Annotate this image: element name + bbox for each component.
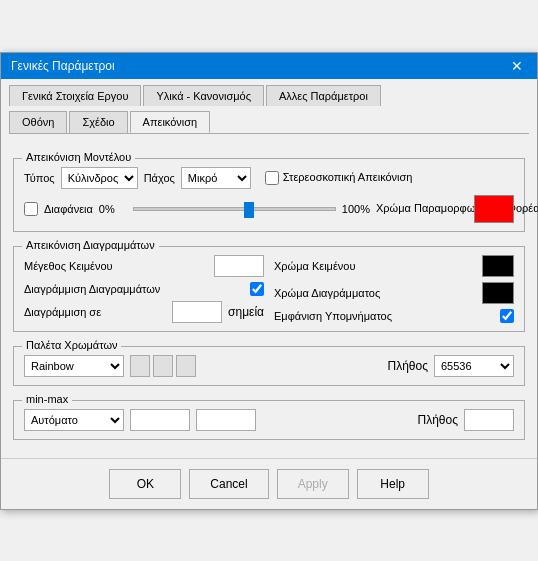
draw-diagrams-checkbox[interactable]: [250, 282, 264, 296]
palette-count-select[interactable]: 65536: [434, 355, 514, 377]
main-content: Απεικόνιση Μοντέλου Τύπος Κύλινδρος Πάχο…: [1, 134, 537, 458]
diagram-color-box[interactable]: [482, 282, 514, 304]
legend-label: Εμφάνιση Υπομνήματος: [274, 310, 494, 322]
transparency-slider[interactable]: [133, 207, 336, 211]
ok-button[interactable]: OK: [109, 469, 181, 499]
window-title: Γενικές Παράμετροι: [11, 59, 115, 73]
draw-diagrams-label: Διαγράμμιση Διαγραμμάτων: [24, 283, 244, 295]
pct-100-label: 100%: [342, 203, 370, 215]
thickness-label: Πάχος: [144, 172, 175, 184]
main-window: Γενικές Παράμετροι ✕ Γενικά Στοιχεία Εργ…: [0, 52, 538, 510]
tab-general[interactable]: Γενικά Στοιχεία Εργου: [9, 85, 141, 106]
diagrams-right: Χρώμα Κειμένου Χρώμα Διαγράμματος Εμφάνι…: [274, 255, 514, 323]
draw-at-unit: σημεία: [228, 305, 264, 319]
help-button[interactable]: Help: [357, 469, 429, 499]
deformed-color-box[interactable]: [474, 195, 514, 223]
text-color-box[interactable]: [482, 255, 514, 277]
draw-at-label: Διαγράμμιση σε: [24, 306, 166, 318]
text-color-label: Χρώμα Κειμένου: [274, 260, 476, 272]
minmax-val1[interactable]: 0: [130, 409, 190, 431]
palette-row: Rainbow Πλήθος 65536: [24, 355, 514, 377]
type-label: Τύπος: [24, 172, 55, 184]
model-section-title: Απεικόνιση Μοντέλου: [22, 151, 135, 163]
diagrams-inner: Μέγεθος Κειμένου 10 Διαγράμμιση Διαγραμμ…: [24, 255, 514, 323]
model-type-row: Τύπος Κύλινδρος Πάχος Μικρό Στερεοσκοπικ…: [24, 167, 514, 189]
diagram-color-row: Χρώμα Διαγράμματος: [274, 282, 514, 304]
text-size-label: Μέγεθος Κειμένου: [24, 260, 208, 272]
palette-section-title: Παλέτα Χρωμάτων: [22, 339, 121, 351]
stereo-label: Στερεοσκοπική Απεικόνιση: [283, 171, 373, 184]
transparency-checkbox[interactable]: [24, 202, 38, 216]
diagrams-section-title: Απεικόνιση Διαγραμμάτων: [22, 239, 159, 251]
text-color-row: Χρώμα Κειμένου: [274, 255, 514, 277]
text-size-input[interactable]: 10: [214, 255, 264, 277]
tab-display[interactable]: Απεικόνιση: [130, 111, 211, 133]
tab-screen[interactable]: Οθόνη: [9, 111, 67, 133]
tab-other[interactable]: Αλλες Παράμετροι: [266, 85, 381, 106]
palette-color-2[interactable]: [153, 355, 173, 377]
diagram-color-label: Χρώμα Διαγράμματος: [274, 287, 476, 299]
diagrams-left: Μέγεθος Κειμένου 10 Διαγράμμιση Διαγραμμ…: [24, 255, 264, 323]
diagrams-section: Απεικόνιση Διαγραμμάτων Μέγεθος Κειμένου…: [13, 246, 525, 332]
tab-materials[interactable]: Υλικά - Κανονισμός: [143, 85, 263, 106]
type-select[interactable]: Κύλινδρος: [61, 167, 138, 189]
thickness-select[interactable]: Μικρό: [181, 167, 251, 189]
palette-select[interactable]: Rainbow: [24, 355, 124, 377]
draw-at-row: Διαγράμμιση σε 50 σημεία: [24, 301, 264, 323]
palette-color-3[interactable]: [176, 355, 196, 377]
title-bar: Γενικές Παράμετροι ✕: [1, 53, 537, 79]
auto-select[interactable]: Αυτόματο: [24, 409, 124, 431]
legend-row: Εμφάνιση Υπομνήματος: [274, 309, 514, 323]
palette-section: Παλέτα Χρωμάτων Rainbow Πλήθος 65536: [13, 346, 525, 386]
palette-color-1[interactable]: [130, 355, 150, 377]
minmax-section: min-max Αυτόματο 0 0 Πλήθος 10: [13, 400, 525, 440]
palette-count-label: Πλήθος: [388, 359, 428, 373]
tab-design[interactable]: Σχέδιο: [69, 111, 127, 133]
footer: OK Cancel Apply Help: [1, 458, 537, 509]
pct-0-label: 0%: [99, 203, 127, 215]
minmax-row: Αυτόματο 0 0 Πλήθος 10: [24, 409, 514, 431]
minmax-count-label: Πλήθος: [418, 413, 458, 427]
palette-colors: [130, 355, 196, 377]
minmax-count-input[interactable]: 10: [464, 409, 514, 431]
cancel-button[interactable]: Cancel: [189, 469, 268, 499]
minmax-val2[interactable]: 0: [196, 409, 256, 431]
transparency-label: Διαφάνεια: [44, 203, 93, 215]
model-section: Απεικόνιση Μοντέλου Τύπος Κύλινδρος Πάχο…: [13, 158, 525, 232]
transparency-row: Διαφάνεια 0% 100% Χρώμα Παραμορφωμένου Φ…: [24, 195, 514, 223]
tabs-row2: Οθόνη Σχέδιο Απεικόνιση: [1, 105, 537, 133]
draw-diagrams-row: Διαγράμμιση Διαγραμμάτων: [24, 282, 264, 296]
text-size-row: Μέγεθος Κειμένου 10: [24, 255, 264, 277]
minmax-section-title: min-max: [22, 393, 72, 405]
deformed-color-label: Χρώμα Παραμορφωμένου Φορέα: [376, 202, 466, 215]
tabs-row1: Γενικά Στοιχεία Εργου Υλικά - Κανονισμός…: [1, 79, 537, 106]
legend-checkbox[interactable]: [500, 309, 514, 323]
apply-button[interactable]: Apply: [277, 469, 349, 499]
close-button[interactable]: ✕: [507, 59, 527, 73]
draw-at-input[interactable]: 50: [172, 301, 222, 323]
stereo-checkbox[interactable]: [265, 171, 279, 185]
